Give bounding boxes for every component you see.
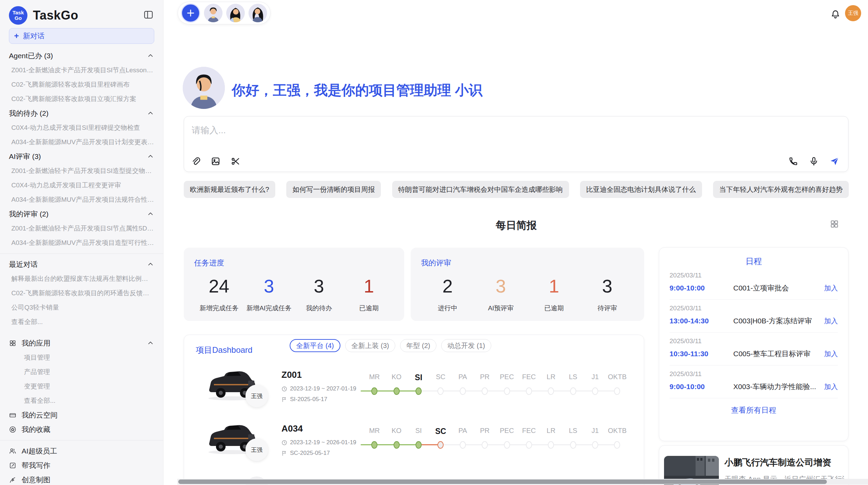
stat-value: 1 [528, 276, 581, 296]
stat-label: 我的待办 [294, 304, 344, 313]
section-header-ai-review[interactable]: AI评审 (3) [9, 149, 154, 164]
sidebar-item-my-apps[interactable]: 我的应用 [9, 336, 154, 350]
dashboard-title: 项目Dashboard [196, 345, 252, 356]
section-header-recent[interactable]: 最近对话 [9, 257, 154, 272]
tab-new-platform[interactable]: 全新平台 (4) [290, 339, 340, 352]
add-agent-button[interactable] [181, 3, 200, 23]
sidebar-item[interactable]: A034-全新新能源MUV产品开发项目法规符合性评审 [9, 192, 154, 207]
view-all-apps[interactable]: 查看全部... [9, 394, 154, 408]
app-item-project-mgmt[interactable]: 项目管理 [9, 350, 154, 365]
sidebar-item-help-write[interactable]: 帮我写作 [9, 458, 154, 473]
plus-icon: + [14, 32, 19, 40]
flag-text: SI-2025-05-17 [290, 396, 327, 403]
project-flag-date: SC-2025-05-17 [281, 450, 330, 457]
project-code: Z001 [281, 370, 302, 380]
chevron-up-icon[interactable] [147, 52, 154, 60]
join-link[interactable]: 加入 [824, 316, 838, 326]
chevron-up-icon[interactable] [147, 339, 154, 347]
message-input[interactable] [191, 125, 602, 136]
section-header-my-todo[interactable]: 我的待办 (2) [9, 106, 154, 121]
chevron-up-icon[interactable] [147, 210, 154, 218]
schedule-event: 2025/03/11 9:00-10:00 C001-立项审批会 加入 [670, 267, 838, 300]
stat-value: 3 [581, 276, 634, 296]
recent-conversation[interactable]: 公司Q3轻卡销量 [9, 300, 154, 315]
daily-briefing-title: 每日简报 [184, 219, 849, 233]
agent-avatar-woman-2[interactable] [249, 4, 267, 22]
stat-value: 3 [474, 276, 527, 296]
stat-value: 3 [244, 276, 294, 296]
sidebar-item[interactable]: C02-飞腾新能源轻客改款项目立项汇报方案 [9, 92, 154, 106]
join-link[interactable]: 加入 [824, 349, 838, 359]
app-title: TaskGo [33, 8, 78, 23]
tab-model-year[interactable]: 年型 (2) [400, 339, 436, 352]
scissors-icon[interactable] [231, 157, 240, 166]
suggestion-chip[interactable]: 如何写一份清晰的项目周报 [286, 181, 381, 198]
app-item-change-mgmt[interactable]: 变更管理 [9, 379, 154, 394]
sidebar-item-favorites[interactable]: 我的收藏 [9, 422, 154, 437]
sidebar-item[interactable]: Z001-全新燃油轻卡产品开发项目SI造型提交物评审 [9, 164, 154, 178]
agent-avatar-woman-1[interactable] [226, 4, 245, 22]
app-item-product-mgmt[interactable]: 产品管理 [9, 365, 154, 379]
suggestion-chip[interactable]: 特朗普可能对进口汽车增税会对中国车企造成哪些影响 [392, 181, 569, 198]
notifications-bell-icon[interactable] [831, 10, 840, 19]
view-all-schedule[interactable]: 查看所有日程 [659, 405, 848, 415]
send-icon[interactable] [830, 157, 839, 166]
attach-icon[interactable] [191, 157, 201, 166]
agent-avatar-man[interactable] [204, 4, 222, 22]
section-header-agent-done[interactable]: Agent已办 (3) [9, 49, 154, 63]
project-row-a034[interactable]: 王强 A034 2023-12-19 ~ 2026-01-19 SC-2025-… [184, 410, 644, 464]
collapse-sidebar-icon[interactable] [143, 10, 154, 20]
stat-label: 新增完成任务 [194, 304, 244, 313]
sidebar-item[interactable]: A034-全新新能源MUV产品开发项目造型可行性评审 [9, 236, 154, 250]
event-name: X003-车辆动力学性能验... [722, 382, 824, 391]
milestone-dots [363, 387, 628, 395]
scrollbar-thumb[interactable] [178, 480, 827, 484]
join-link[interactable]: 加入 [824, 284, 838, 293]
recent-conversation[interactable]: 解释最新出台的欧盟报废车法规再生塑料比例被调至15%... [9, 272, 154, 286]
chevron-up-icon[interactable] [147, 153, 154, 160]
chevron-up-icon[interactable] [147, 110, 154, 117]
stat-value: 3 [294, 276, 344, 296]
event-date: 2025/03/11 [670, 337, 838, 345]
layout-grid-icon[interactable] [830, 219, 839, 229]
chevron-up-icon[interactable] [147, 261, 154, 268]
creative-draw-label: 创意制图 [22, 475, 50, 485]
microphone-icon[interactable] [809, 157, 819, 166]
stat-label: 已逾期 [528, 304, 581, 313]
horizontal-scrollbar[interactable] [177, 479, 868, 485]
sidebar-item-ai-employee[interactable]: AI超级员工 [9, 444, 154, 458]
sidebar-item[interactable]: Z001-全新燃油轻卡产品开发项目SI节点属性5D文件评审 [9, 221, 154, 236]
tab-powertrain[interactable]: 动总开发 (1) [441, 339, 491, 352]
sidebar-item[interactable]: Z001-全新燃油皮卡产品开发项目SI节点Lesson Learn报告 [9, 63, 154, 77]
suggestion-chip[interactable]: 当下年轻人对汽车外观有怎样的喜好趋势 [713, 181, 849, 198]
stat-label: 已逾期 [344, 304, 394, 313]
stat-label: AI预评审 [474, 304, 527, 313]
event-time: 10:30-11:30 [670, 350, 722, 358]
sidebar-item[interactable]: A034-全新新能源MUV产品开发项目计划变更表编写 [9, 135, 154, 149]
project-row-z001[interactable]: 王强 Z001 2023-12-19 ~ 2027-01-19 SI-2025-… [184, 357, 644, 410]
sidebar-item-creative-draw[interactable]: 创意制图 [9, 473, 154, 485]
image-icon[interactable] [211, 157, 220, 166]
assistant-avatar [183, 67, 225, 109]
recent-conversation[interactable]: C02-飞腾新能源轻客改款项目的闭环通告反馈情况 [9, 286, 154, 300]
sidebar-item[interactable]: C02-飞腾新能源轻客改款项目里程碑画布 [9, 77, 154, 92]
app-window: Task Go TaskGo + 新对话 Agent已办 (3) Z001-全新… [0, 0, 868, 485]
user-avatar[interactable]: 王强 [845, 5, 861, 21]
tab-new-body[interactable]: 全新上装 (3) [345, 339, 395, 352]
clock-icon [281, 386, 287, 392]
section-header-my-review[interactable]: 我的评审 (2) [9, 207, 154, 221]
suggestion-chip[interactable]: 比亚迪全固态电池计划具体说了什么 [580, 181, 702, 198]
sidebar-item-cloud-space[interactable]: 我的云空间 [9, 408, 154, 422]
sidebar-item[interactable]: C0X4-动力总成开发项目工程变更评审 [9, 178, 154, 192]
phone-icon[interactable] [788, 157, 798, 166]
join-link[interactable]: 加入 [824, 382, 838, 391]
flag-text: SC-2025-05-17 [290, 450, 330, 457]
new-chat-button[interactable]: + 新对话 [9, 28, 154, 44]
view-all-conversations[interactable]: 查看全部... [9, 315, 154, 329]
suggestion-chip[interactable]: 欧洲新规最近颁布了什么? [184, 181, 275, 198]
event-date: 2025/03/11 [670, 272, 838, 279]
sidebar-item[interactable]: C0X4-动力总成开发项目SI里程碑提交物检查 [9, 121, 154, 135]
composer-left-icons [191, 157, 240, 166]
new-chat-label: 新对话 [23, 31, 45, 41]
section-title: AI评审 (3) [9, 152, 41, 161]
